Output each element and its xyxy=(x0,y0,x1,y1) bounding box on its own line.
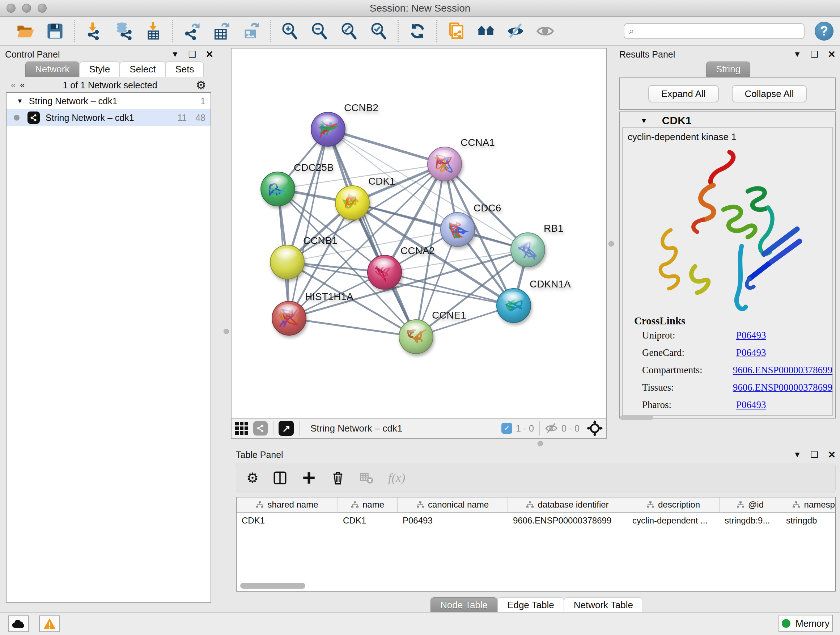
crosslink-link[interactable]: 9606.ENSP00000378699 xyxy=(733,364,832,376)
left-splitter-handle[interactable] xyxy=(224,329,229,334)
column-header-description[interactable]: description xyxy=(627,497,720,512)
network-row[interactable]: String Network – cdk1 11 48 xyxy=(6,109,210,126)
column-header--id[interactable]: @id xyxy=(720,497,781,512)
selected-checkbox-icon[interactable]: ✓ xyxy=(501,423,512,434)
detach-view-icon[interactable]: ↗ xyxy=(279,421,294,436)
warning-button[interactable] xyxy=(39,616,60,632)
mac-window-controls[interactable] xyxy=(6,4,47,13)
column-header-namespace[interactable]: namespace xyxy=(781,497,836,512)
help-button[interactable]: ? xyxy=(815,22,834,41)
network-graph[interactable]: CCNB2CCNA1CDC25BCDK1CDC6RB1CCNB1CCNA2CDK… xyxy=(232,49,606,418)
expand-all-button[interactable]: Expand All xyxy=(648,85,719,103)
zoom-out-button[interactable] xyxy=(310,22,329,41)
collapse-all-networks-icon[interactable]: « xyxy=(11,80,15,90)
tab-string[interactable]: String xyxy=(706,62,750,77)
node-position-crosshair-icon[interactable] xyxy=(587,420,603,436)
column-header-shared-name[interactable]: shared name xyxy=(237,497,338,512)
tab-edge-table[interactable]: Edge Table xyxy=(497,597,564,613)
table-cell[interactable]: 9606.ENSP00000378699 xyxy=(508,513,627,529)
control-panel-close-icon[interactable]: ✕ xyxy=(205,50,213,59)
crosslink-link[interactable]: P06493 xyxy=(736,330,766,341)
network-canvas[interactable]: CCNB2CCNA1CDC25BCDK1CDC6RB1CCNB1CCNA2CDK… xyxy=(231,48,607,418)
show-eye-button[interactable] xyxy=(536,22,554,41)
edge-CCNB2-CCNE1[interactable] xyxy=(328,129,416,337)
zoom-window-icon[interactable] xyxy=(38,4,47,13)
create-column-plus-icon[interactable] xyxy=(302,470,317,486)
crosslink-link[interactable]: P06493 xyxy=(736,347,766,358)
results-panel-menu-icon[interactable]: ▼ xyxy=(793,50,801,58)
network-overview-icon[interactable] xyxy=(253,421,268,435)
tab-network-table[interactable]: Network Table xyxy=(564,597,643,613)
bottom-splitter-handle[interactable] xyxy=(538,441,543,447)
table-panel-float-icon[interactable]: ❑ xyxy=(811,450,819,459)
zoom-selected-button[interactable] xyxy=(369,22,388,41)
table-cell[interactable]: CDK1 xyxy=(338,513,398,529)
tab-network[interactable]: Network xyxy=(25,62,79,77)
hide-unhide-button[interactable] xyxy=(506,22,525,41)
collection-expand-icon[interactable]: ▼ xyxy=(17,97,23,105)
memory-button[interactable]: Memory xyxy=(778,615,833,632)
right-splitter-handle[interactable] xyxy=(608,241,614,247)
node-CCNA1[interactable]: CCNA1 xyxy=(428,137,495,181)
node-HIST1H1A[interactable]: HIST1H1A xyxy=(272,291,354,335)
search-input[interactable] xyxy=(638,26,799,36)
minimize-window-icon[interactable] xyxy=(22,4,31,13)
network-options-gear-icon[interactable]: ⚙ xyxy=(196,78,206,92)
export-image-button[interactable] xyxy=(242,22,261,41)
edge-HIST1H1A-CCNE1[interactable] xyxy=(289,318,416,337)
edge-CCNB2-CCNA1[interactable] xyxy=(328,129,445,164)
gene-expand-icon[interactable]: ▼ xyxy=(640,117,647,125)
control-panel-menu-icon[interactable]: ▼ xyxy=(171,50,179,58)
column-header-database-identifier[interactable]: database identifier xyxy=(508,497,627,512)
export-network-button[interactable] xyxy=(182,22,201,41)
table-hscrollbar-thumb[interactable] xyxy=(240,583,305,589)
node-CDC25B[interactable]: CDC25B xyxy=(261,162,333,206)
edge-CCNA2-CDKN1A[interactable] xyxy=(385,272,514,306)
table-cell[interactable]: stringdb:9... xyxy=(720,513,781,529)
results-panel-float-icon[interactable]: ❑ xyxy=(811,50,819,59)
search-box[interactable]: ⌕ xyxy=(624,23,805,39)
results-scrollbar-thumb[interactable] xyxy=(620,415,653,420)
delete-column-trash-icon[interactable] xyxy=(330,470,346,486)
refresh-button[interactable] xyxy=(408,22,427,41)
column-header-canonical-name[interactable]: canonical name xyxy=(398,497,508,512)
crosslink-link[interactable]: 9606.ENSP00000378699 xyxy=(733,382,832,393)
import-network-button[interactable] xyxy=(84,22,103,41)
string-protein-query-button[interactable] xyxy=(447,22,466,41)
table-cell[interactable]: stringdb xyxy=(781,513,836,529)
node-table[interactable]: shared namenamecanonical namedatabase id… xyxy=(236,497,836,592)
home-networks-button[interactable] xyxy=(477,22,495,41)
gene-header-row[interactable]: ▼ CDK1 xyxy=(620,112,835,129)
collapse-all-button[interactable]: Collapse All xyxy=(732,85,807,103)
zoom-fit-button[interactable] xyxy=(340,22,358,41)
results-panel-close-icon[interactable]: ✕ xyxy=(828,50,836,59)
tab-sets[interactable]: Sets xyxy=(165,62,204,77)
close-window-icon[interactable] xyxy=(6,4,16,13)
tab-style[interactable]: Style xyxy=(79,62,120,77)
show-columns-icon[interactable] xyxy=(272,470,287,486)
save-session-button[interactable] xyxy=(46,22,65,41)
table-panel-close-icon[interactable]: ✕ xyxy=(828,450,836,459)
crosslink-link[interactable]: P06493 xyxy=(736,399,766,410)
node-CDKN1A[interactable]: CDKN1A xyxy=(497,279,571,323)
import-table-button[interactable] xyxy=(144,22,163,41)
tab-select[interactable]: Select xyxy=(120,62,165,77)
open-session-button[interactable] xyxy=(16,22,35,41)
table-cell[interactable]: CDK1 xyxy=(237,513,338,529)
table-settings-gear-icon[interactable]: ⚙ xyxy=(246,470,259,486)
zoom-in-button[interactable] xyxy=(280,22,299,41)
import-network-from-database-button[interactable] xyxy=(114,22,133,41)
cloud-button[interactable] xyxy=(8,616,29,632)
column-header-name[interactable]: name xyxy=(338,497,398,512)
birdseye-grid-icon[interactable] xyxy=(235,422,248,435)
table-cell[interactable]: cyclin-dependent ... xyxy=(627,513,720,529)
control-panel-float-icon[interactable]: ❑ xyxy=(188,50,196,59)
export-table-button[interactable] xyxy=(212,22,231,41)
network-collection-row[interactable]: ▼ String Network – cdk1 1 xyxy=(6,93,210,109)
table-panel-menu-icon[interactable]: ▼ xyxy=(793,451,801,459)
node-RB1[interactable]: RB1 xyxy=(511,223,563,267)
expand-all-networks-icon[interactable]: « xyxy=(20,80,24,90)
table-row[interactable]: CDK1CDK1P064939606.ENSP00000378699cyclin… xyxy=(237,513,835,529)
table-cell[interactable]: P06493 xyxy=(398,513,508,529)
tab-node-table[interactable]: Node Table xyxy=(431,597,497,613)
